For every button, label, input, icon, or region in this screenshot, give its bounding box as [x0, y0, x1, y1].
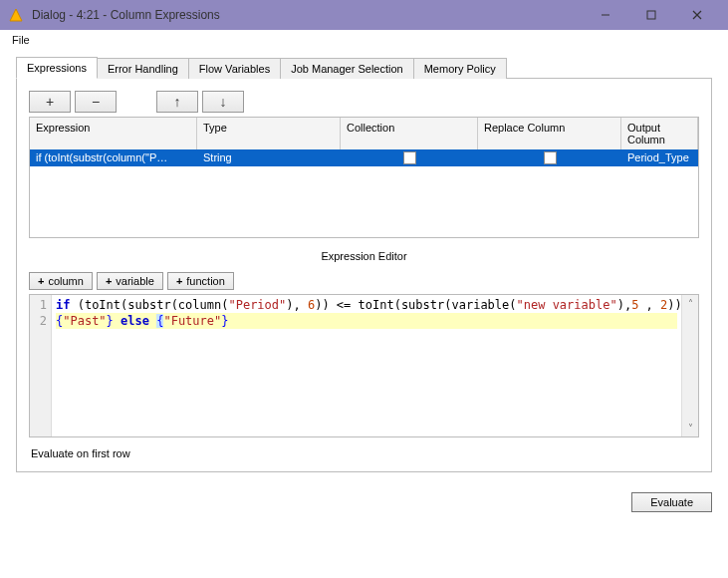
col-header-replace[interactable]: Replace Column: [478, 118, 621, 149]
line-gutter: 1 2: [30, 295, 52, 436]
menu-file[interactable]: File: [8, 32, 34, 48]
editor-title: Expression Editor: [29, 250, 699, 262]
tab-expressions[interactable]: Expressions: [16, 57, 98, 79]
table-row[interactable]: if (toInt(substr(column("P… String Perio…: [30, 149, 698, 166]
cell-replace[interactable]: [478, 149, 621, 166]
svg-rect-2: [647, 11, 655, 19]
tab-job-manager[interactable]: Job Manager Selection: [280, 58, 414, 79]
col-header-expression[interactable]: Expression: [30, 118, 197, 149]
col-header-collection[interactable]: Collection: [341, 118, 478, 149]
tab-strip: Expressions Error Handling Flow Variable…: [16, 56, 712, 78]
checkbox-icon: [544, 151, 557, 164]
plus-icon: +: [176, 275, 182, 287]
plus-icon: +: [38, 275, 44, 287]
tab-memory-policy[interactable]: Memory Policy: [413, 58, 507, 79]
footer: Evaluate: [0, 484, 728, 520]
tab-flow-variables[interactable]: Flow Variables: [188, 58, 281, 79]
code-area[interactable]: if (toInt(substr(column("Period"), 6)) <…: [52, 295, 681, 436]
plus-icon: +: [106, 275, 112, 287]
add-expression-button[interactable]: +: [29, 91, 71, 113]
close-button[interactable]: [674, 0, 720, 30]
cell-output: Period_Type: [621, 149, 698, 166]
arrow-down-icon: ↓: [220, 94, 227, 110]
checkbox-icon: [403, 151, 416, 164]
svg-marker-0: [10, 9, 22, 21]
plus-icon: +: [46, 94, 54, 110]
move-up-button[interactable]: ↑: [156, 91, 198, 113]
table-header: Expression Type Collection Replace Colum…: [30, 118, 698, 149]
insert-column-label: column: [48, 275, 83, 287]
insert-variable-button[interactable]: +variable: [97, 272, 163, 290]
insert-column-button[interactable]: +column: [29, 272, 93, 290]
expression-toolbar: + − ↑ ↓: [29, 91, 699, 113]
col-header-output[interactable]: Output Column: [621, 118, 698, 149]
editor-insert-buttons: +column +variable +function: [29, 272, 699, 290]
arrow-up-icon: ↑: [174, 94, 181, 110]
col-header-type[interactable]: Type: [197, 118, 341, 149]
maximize-button[interactable]: [628, 0, 674, 30]
evaluate-button[interactable]: Evaluate: [631, 492, 712, 512]
insert-function-label: function: [186, 275, 225, 287]
window-controls: [583, 0, 720, 30]
cell-expression: if (toInt(substr(column("P…: [30, 149, 197, 166]
scroll-up-icon[interactable]: ˄: [682, 295, 698, 312]
app-icon: [8, 7, 24, 23]
evaluate-label: Evaluate on first row: [31, 447, 699, 459]
cell-type: String: [197, 149, 341, 166]
tab-panel-expressions: + − ↑ ↓ Expression Type Collection Repla…: [16, 78, 712, 472]
window-title: Dialog - 4:21 - Column Expressions: [32, 8, 575, 22]
line-number: 1: [34, 297, 47, 313]
insert-function-button[interactable]: +function: [167, 272, 234, 290]
remove-expression-button[interactable]: −: [75, 91, 117, 113]
minimize-button[interactable]: [583, 0, 628, 30]
cell-collection[interactable]: [341, 149, 478, 166]
expressions-table: Expression Type Collection Replace Colum…: [29, 117, 699, 238]
line-number: 2: [34, 313, 47, 329]
move-down-button[interactable]: ↓: [202, 91, 244, 113]
code-editor[interactable]: 1 2 if (toInt(substr(column("Period"), 6…: [29, 294, 699, 437]
insert-variable-label: variable: [116, 275, 154, 287]
tab-error-handling[interactable]: Error Handling: [97, 58, 189, 79]
menubar: File: [0, 30, 728, 50]
vertical-scrollbar[interactable]: ˄ ˅: [681, 295, 698, 436]
minus-icon: −: [92, 94, 100, 110]
titlebar: Dialog - 4:21 - Column Expressions: [0, 0, 728, 30]
scroll-down-icon[interactable]: ˅: [682, 420, 698, 436]
